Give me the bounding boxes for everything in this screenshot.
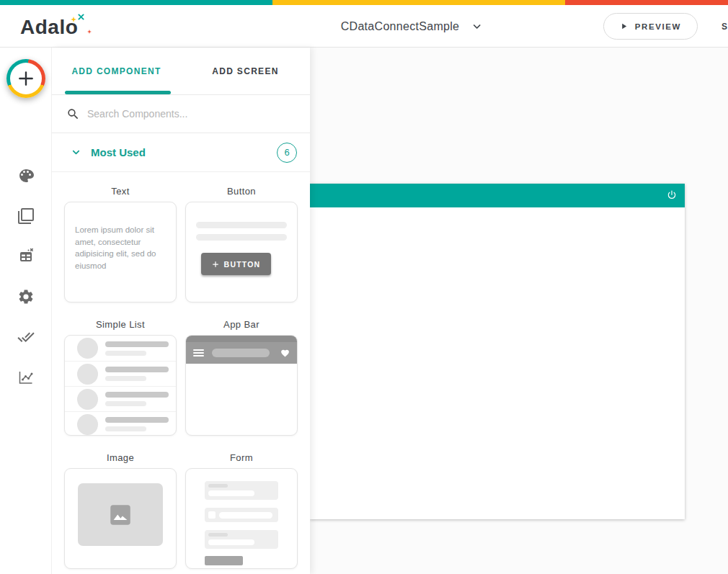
form-submit-button-placeholder: [205, 556, 243, 565]
panel-tabs: ADD COMPONENT ADD SCREEN: [52, 48, 310, 95]
logo-sparkle-teal-icon: [78, 10, 84, 23]
field-input-bar: [219, 512, 272, 519]
stripe-red-segment: [565, 0, 728, 5]
placeholder-bar: [105, 401, 146, 406]
avatar-placeholder: [77, 389, 98, 410]
component-image-label: Image: [64, 447, 177, 468]
publish-checklist-icon[interactable]: [17, 328, 35, 346]
chevron-down-icon: [71, 147, 81, 158]
field-label-bar: [208, 484, 228, 488]
adalo-logo-text: Adalo: [20, 16, 78, 38]
play-icon: [620, 22, 628, 30]
button-preview-label: BUTTON: [224, 260, 261, 269]
form-field-placeholder: [205, 481, 278, 500]
header-bar: Adalo CDataConnectSample PREVIEW S: [0, 5, 728, 48]
field-input-bar: [208, 539, 254, 545]
form-field-placeholder: [205, 530, 278, 549]
component-simple-list-card[interactable]: [64, 335, 177, 436]
image-placeholder: [78, 483, 163, 546]
button-preview: BUTTON: [201, 253, 271, 275]
most-used-section-header[interactable]: Most Used 6: [52, 133, 310, 172]
component-text-card[interactable]: Lorem ipsum dolor sit amet, consectetur …: [64, 202, 177, 302]
component-app-bar: App Bar: [185, 314, 298, 436]
section-count-badge: 6: [277, 143, 297, 163]
logo-sparkle-red-icon: [87, 24, 92, 37]
app-name-dropdown[interactable]: CDataConnectSample: [341, 5, 483, 48]
list-item: [65, 336, 176, 361]
component-simple-list-label: Simple List: [64, 314, 177, 335]
component-button-card[interactable]: BUTTON: [185, 202, 298, 302]
screen-app-bar[interactable]: [310, 184, 685, 207]
field-label-bar: [208, 533, 228, 537]
search-input[interactable]: [87, 108, 296, 120]
checkbox-placeholder: [208, 511, 216, 519]
plus-icon: [17, 69, 35, 88]
placeholder-bar: [105, 376, 146, 381]
placeholder-bar: [105, 351, 146, 356]
plus-icon: [212, 261, 219, 268]
screens-icon[interactable]: [17, 207, 35, 225]
component-form-label: Form: [185, 447, 298, 468]
component-app-bar-card[interactable]: [185, 335, 298, 436]
component-text-label: Text: [64, 181, 177, 202]
form-checkbox-field-placeholder: [205, 508, 278, 522]
tab-add-component[interactable]: ADD COMPONENT: [52, 48, 181, 94]
placeholder-bar: [196, 234, 287, 241]
field-input-bar: [208, 490, 254, 496]
tab-add-screen[interactable]: ADD SCREEN: [181, 48, 310, 94]
appbar-placeholder: [186, 342, 297, 364]
placeholder-bar: [105, 341, 169, 347]
component-simple-list: Simple List: [64, 314, 177, 436]
section-label: Most Used: [91, 146, 146, 158]
component-button-label: Button: [185, 181, 298, 202]
component-button: Button BUTTON: [185, 181, 298, 302]
preview-button-label: PREVIEW: [635, 22, 681, 31]
adalo-app-builder: Adalo CDataConnectSample PREVIEW S: [0, 0, 728, 574]
component-image: Image: [64, 447, 177, 569]
placeholder-bar: [105, 392, 169, 398]
component-app-bar-label: App Bar: [185, 314, 298, 335]
share-button-partial[interactable]: S: [722, 22, 728, 32]
power-icon: [666, 189, 678, 204]
component-image-card[interactable]: [64, 468, 177, 569]
preview-button[interactable]: PREVIEW: [603, 13, 698, 40]
placeholder-bar: [105, 426, 146, 431]
database-icon[interactable]: [17, 248, 35, 265]
add-panel: ADD COMPONENT ADD SCREEN Most Used 6 Tex…: [52, 48, 310, 574]
add-button-inner: [10, 63, 42, 94]
stripe-yellow-segment: [272, 0, 565, 5]
hamburger-menu-icon: [193, 349, 204, 356]
image-icon: [110, 504, 131, 526]
search-icon: [66, 107, 80, 121]
component-form-card[interactable]: [185, 468, 298, 569]
analytics-icon[interactable]: [17, 369, 35, 386]
placeholder-bar: [196, 222, 287, 228]
adalo-logo[interactable]: Adalo: [20, 14, 99, 41]
stripe-teal-segment: [0, 0, 272, 5]
app-name: CDataConnectSample: [341, 20, 460, 33]
placeholder-bar: [105, 417, 169, 423]
avatar-placeholder: [77, 414, 98, 435]
add-button[interactable]: [6, 59, 45, 98]
list-item: [65, 411, 176, 436]
chevron-down-icon: [471, 21, 482, 32]
statusbar-placeholder: [186, 336, 297, 342]
brand-stripe: [0, 0, 728, 5]
left-icon-rail: [0, 48, 52, 574]
lorem-text-preview: Lorem ipsum dolor sit amet, consectetur …: [75, 224, 167, 272]
title-placeholder-bar: [212, 349, 270, 357]
logo-sparkle-yellow-icon: [71, 12, 76, 25]
list-item: [65, 386, 176, 411]
placeholder-bar: [105, 367, 169, 372]
component-text: Text Lorem ipsum dolor sit amet, consect…: [64, 181, 177, 302]
avatar-placeholder: [77, 338, 98, 359]
branding-palette-icon[interactable]: [17, 167, 35, 184]
component-search: [52, 95, 310, 133]
heart-icon: [280, 349, 290, 358]
active-tab-underline: [65, 91, 171, 94]
form-placeholder: [186, 469, 297, 565]
editor-canvas: [310, 48, 728, 574]
list-item: [65, 361, 176, 386]
settings-gear-icon[interactable]: [17, 288, 35, 305]
app-screen[interactable]: [310, 184, 685, 519]
